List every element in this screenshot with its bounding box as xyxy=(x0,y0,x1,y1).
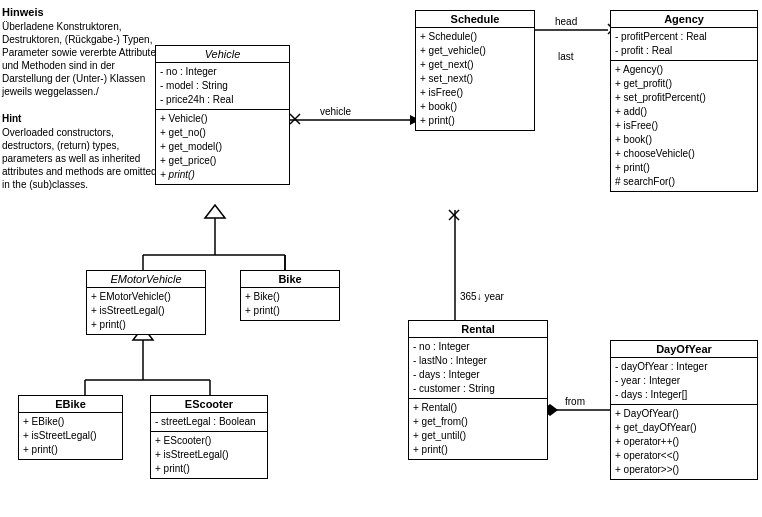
vehicle-title: Vehicle xyxy=(156,46,289,63)
bike-box: Bike + Bike() + print() xyxy=(240,270,340,321)
agency-attr-1: - profitPercent : Real xyxy=(615,30,753,44)
rental-attr-4: - customer : String xyxy=(413,382,543,396)
agency-title: Agency xyxy=(611,11,757,28)
svg-line-11 xyxy=(290,114,300,124)
doy-m4: + operator<<() xyxy=(615,449,753,463)
svg-marker-18 xyxy=(205,205,225,218)
rental-attr-1: - no : Integer xyxy=(413,340,543,354)
emotor-m2: + isStreetLegal() xyxy=(91,304,201,318)
agency-m9: # searchFor() xyxy=(615,175,753,189)
doy-m5: + operator>>() xyxy=(615,463,753,477)
sched-m1: + Schedule() xyxy=(420,30,530,44)
doy-attr-3: - days : Integer[] xyxy=(615,388,753,402)
escooter-m2: + isStreetLegal() xyxy=(155,448,263,462)
sched-m7: + print() xyxy=(420,114,530,128)
vehicle-method-2: + get_no() xyxy=(160,126,285,140)
rental-title: Rental xyxy=(409,321,547,338)
doy-attr-2: - year : Integer xyxy=(615,374,753,388)
sched-m5: + isFree() xyxy=(420,86,530,100)
escooter-box: EScooter - streetLegal : Boolean + EScoo… xyxy=(150,395,268,479)
svg-line-12 xyxy=(290,114,300,124)
doy-attr-1: - dayOfYear : Integer xyxy=(615,360,753,374)
schedule-title: Schedule xyxy=(416,11,534,28)
agency-m5: + isFree() xyxy=(615,119,753,133)
bike-methods: + Bike() + print() xyxy=(241,288,339,320)
diagram-container: next head last vehicle xyxy=(0,0,762,517)
bike-m1: + Bike() xyxy=(245,290,335,304)
rental-attrs: - no : Integer - lastNo : Integer - days… xyxy=(409,338,547,399)
vehicle-attr-1: - no : Integer xyxy=(160,65,285,79)
doy-m1: + DayOfYear() xyxy=(615,407,753,421)
agency-m6: + book() xyxy=(615,133,753,147)
doy-m2: + get_dayOfYear() xyxy=(615,421,753,435)
ebike-m3: + print() xyxy=(23,443,118,457)
emotor-m3: + print() xyxy=(91,318,201,332)
agency-m4: + add() xyxy=(615,105,753,119)
rental-box: Rental - no : Integer - lastNo : Integer… xyxy=(408,320,548,460)
agency-m7: + chooseVehicle() xyxy=(615,147,753,161)
rental-m3: + get_until() xyxy=(413,429,543,443)
vehicle-box: Vehicle - no : Integer - model : String … xyxy=(155,45,290,185)
escooter-title: EScooter xyxy=(151,396,267,413)
rental-attr-3: - days : Integer xyxy=(413,368,543,382)
hint-subtitle: Hint xyxy=(2,113,21,124)
vehicle-attr-2: - model : String xyxy=(160,79,285,93)
agency-m3: + set_profitPercent() xyxy=(615,91,753,105)
agency-attr-2: - profit : Real xyxy=(615,44,753,58)
agency-box: Agency - profitPercent : Real - profit :… xyxy=(610,10,758,192)
svg-text:vehicle: vehicle xyxy=(320,106,352,117)
agency-m2: + get_profit() xyxy=(615,77,753,91)
vehicle-method-5: + print() xyxy=(160,168,285,182)
ebike-title: EBike xyxy=(19,396,122,413)
vehicle-method-1: + Vehicle() xyxy=(160,112,285,126)
hint-body: Überladene Konstruktoren, Destruktoren, … xyxy=(2,20,157,98)
svg-text:365↓ year: 365↓ year xyxy=(460,291,505,302)
escooter-m3: + print() xyxy=(155,462,263,476)
ebike-m1: + EBike() xyxy=(23,415,118,429)
escooter-attrs: - streetLegal : Boolean xyxy=(151,413,267,432)
escooter-attr-1: - streetLegal : Boolean xyxy=(155,415,263,429)
ebike-methods: + EBike() + isStreetLegal() + print() xyxy=(19,413,122,459)
hint-box: Hinweis Überladene Konstruktoren, Destru… xyxy=(2,5,157,191)
agency-attrs: - profitPercent : Real - profit : Real xyxy=(611,28,757,61)
emotor-title: EMotorVehicle xyxy=(87,271,205,288)
hint-title: Hinweis xyxy=(2,6,44,18)
rental-m2: + get_from() xyxy=(413,415,543,429)
dayofyear-attrs: - dayOfYear : Integer - year : Integer -… xyxy=(611,358,757,405)
emotor-methods: + EMotorVehicle() + isStreetLegal() + pr… xyxy=(87,288,205,334)
emotor-m1: + EMotorVehicle() xyxy=(91,290,201,304)
rental-m1: + Rental() xyxy=(413,401,543,415)
ebike-box: EBike + EBike() + isStreetLegal() + prin… xyxy=(18,395,123,460)
schedule-methods: + Schedule() + get_vehicle() + get_next(… xyxy=(416,28,534,130)
emotor-box: EMotorVehicle + EMotorVehicle() + isStre… xyxy=(86,270,206,335)
vehicle-method-3: + get_model() xyxy=(160,140,285,154)
rental-attr-2: - lastNo : Integer xyxy=(413,354,543,368)
sched-m3: + get_next() xyxy=(420,58,530,72)
hint-body2: Overloaded constructors, destructors, (r… xyxy=(2,126,157,191)
rental-m4: + print() xyxy=(413,443,543,457)
svg-text:last: last xyxy=(558,51,574,62)
dayofyear-box: DayOfYear - dayOfYear : Integer - year :… xyxy=(610,340,758,480)
svg-text:head: head xyxy=(555,16,577,27)
svg-line-26 xyxy=(449,210,459,220)
doy-m3: + operator++() xyxy=(615,435,753,449)
ebike-m2: + isStreetLegal() xyxy=(23,429,118,443)
sched-m4: + set_next() xyxy=(420,72,530,86)
agency-m8: + print() xyxy=(615,161,753,175)
svg-text:from: from xyxy=(565,396,585,407)
dayofyear-methods: + DayOfYear() + get_dayOfYear() + operat… xyxy=(611,405,757,479)
escooter-m1: + EScooter() xyxy=(155,434,263,448)
svg-line-27 xyxy=(449,210,459,220)
vehicle-attrs: - no : Integer - model : String - price2… xyxy=(156,63,289,110)
vehicle-attr-3: - price24h : Real xyxy=(160,93,285,107)
bike-m2: + print() xyxy=(245,304,335,318)
dayofyear-title: DayOfYear xyxy=(611,341,757,358)
rental-methods: + Rental() + get_from() + get_until() + … xyxy=(409,399,547,459)
bike-title: Bike xyxy=(241,271,339,288)
vehicle-method-4: + get_price() xyxy=(160,154,285,168)
agency-m1: + Agency() xyxy=(615,63,753,77)
sched-m2: + get_vehicle() xyxy=(420,44,530,58)
escooter-methods: + EScooter() + isStreetLegal() + print() xyxy=(151,432,267,478)
schedule-box: Schedule + Schedule() + get_vehicle() + … xyxy=(415,10,535,131)
sched-m6: + book() xyxy=(420,100,530,114)
